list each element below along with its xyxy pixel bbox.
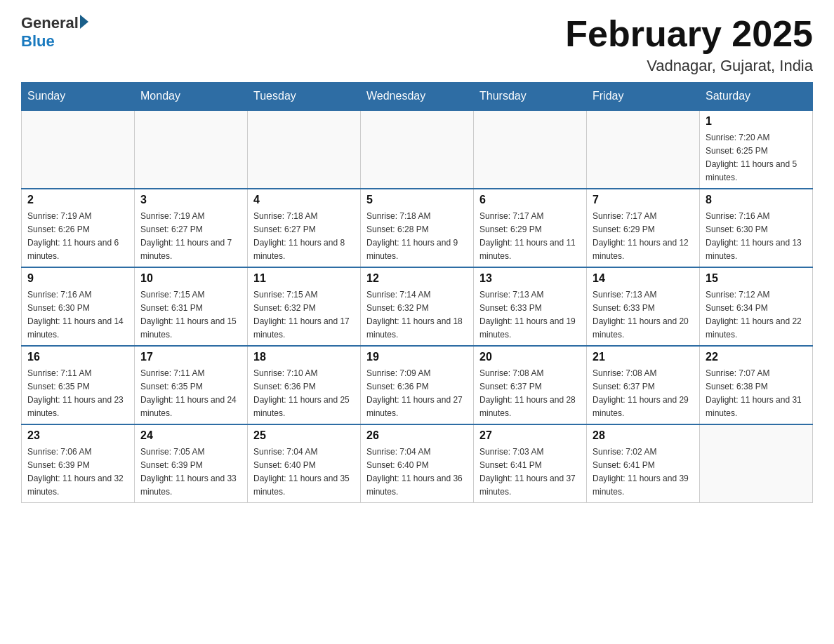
day-info: Sunrise: 7:11 AMSunset: 6:35 PMDaylight:… — [27, 368, 124, 418]
day-number: 27 — [479, 429, 581, 442]
day-number: 16 — [27, 351, 128, 363]
logo-text-general: General — [21, 14, 79, 32]
day-info: Sunrise: 7:08 AMSunset: 6:37 PMDaylight:… — [479, 368, 576, 418]
day-info: Sunrise: 7:08 AMSunset: 6:37 PMDaylight:… — [593, 368, 689, 418]
table-row: 7Sunrise: 7:17 AMSunset: 6:29 PMDaylight… — [587, 189, 700, 267]
day-info: Sunrise: 7:19 AMSunset: 6:26 PMDaylight:… — [27, 211, 119, 261]
table-row: 15Sunrise: 7:12 AMSunset: 6:34 PMDayligh… — [700, 267, 813, 346]
calendar-week-5: 23Sunrise: 7:06 AMSunset: 6:39 PMDayligh… — [22, 424, 813, 503]
day-number: 2 — [27, 194, 128, 206]
day-info: Sunrise: 7:19 AMSunset: 6:27 PMDaylight:… — [140, 211, 232, 261]
day-info: Sunrise: 7:04 AMSunset: 6:40 PMDaylight:… — [253, 447, 350, 497]
calendar-week-4: 16Sunrise: 7:11 AMSunset: 6:35 PMDayligh… — [22, 346, 813, 424]
day-number: 22 — [706, 351, 807, 363]
location-subtitle: Vadnagar, Gujarat, India — [565, 57, 813, 75]
day-number: 1 — [706, 115, 807, 128]
day-number: 17 — [140, 351, 241, 363]
day-info: Sunrise: 7:15 AMSunset: 6:31 PMDaylight:… — [140, 290, 237, 340]
table-row: 17Sunrise: 7:11 AMSunset: 6:35 PMDayligh… — [135, 346, 248, 424]
day-number: 24 — [140, 429, 241, 442]
table-row: 22Sunrise: 7:07 AMSunset: 6:38 PMDayligh… — [700, 346, 813, 424]
calendar-week-1: 1Sunrise: 7:20 AMSunset: 6:25 PMDaylight… — [22, 110, 813, 189]
day-info: Sunrise: 7:16 AMSunset: 6:30 PMDaylight:… — [706, 211, 802, 261]
table-row: 9Sunrise: 7:16 AMSunset: 6:30 PMDaylight… — [22, 267, 135, 346]
table-row — [135, 110, 248, 189]
table-row: 18Sunrise: 7:10 AMSunset: 6:36 PMDayligh… — [248, 346, 361, 424]
day-number: 3 — [140, 194, 241, 206]
table-row: 11Sunrise: 7:15 AMSunset: 6:32 PMDayligh… — [248, 267, 361, 346]
day-number: 26 — [366, 429, 468, 442]
table-row: 4Sunrise: 7:18 AMSunset: 6:27 PMDaylight… — [248, 189, 361, 267]
day-info: Sunrise: 7:02 AMSunset: 6:41 PMDaylight:… — [593, 447, 689, 497]
day-info: Sunrise: 7:18 AMSunset: 6:27 PMDaylight:… — [253, 211, 345, 261]
day-number: 20 — [479, 351, 581, 363]
day-number: 11 — [253, 272, 355, 285]
table-row: 6Sunrise: 7:17 AMSunset: 6:29 PMDaylight… — [474, 189, 587, 267]
logo: General Blue — [21, 14, 88, 51]
calendar-header-row: Sunday Monday Tuesday Wednesday Thursday… — [22, 83, 813, 111]
table-row: 10Sunrise: 7:15 AMSunset: 6:31 PMDayligh… — [135, 267, 248, 346]
header-sunday: Sunday — [22, 83, 135, 111]
day-info: Sunrise: 7:13 AMSunset: 6:33 PMDaylight:… — [479, 290, 576, 340]
calendar-week-2: 2Sunrise: 7:19 AMSunset: 6:26 PMDaylight… — [22, 189, 813, 267]
calendar-table: Sunday Monday Tuesday Wednesday Thursday… — [21, 82, 813, 503]
day-info: Sunrise: 7:09 AMSunset: 6:36 PMDaylight:… — [366, 368, 463, 418]
table-row: 3Sunrise: 7:19 AMSunset: 6:27 PMDaylight… — [135, 189, 248, 267]
table-row: 28Sunrise: 7:02 AMSunset: 6:41 PMDayligh… — [587, 424, 700, 503]
month-title: February 2025 — [565, 14, 813, 54]
day-info: Sunrise: 7:11 AMSunset: 6:35 PMDaylight:… — [140, 368, 237, 418]
table-row: 20Sunrise: 7:08 AMSunset: 6:37 PMDayligh… — [474, 346, 587, 424]
table-row: 1Sunrise: 7:20 AMSunset: 6:25 PMDaylight… — [700, 110, 813, 189]
table-row — [248, 110, 361, 189]
header-wednesday: Wednesday — [361, 83, 474, 111]
table-row — [587, 110, 700, 189]
table-row: 19Sunrise: 7:09 AMSunset: 6:36 PMDayligh… — [361, 346, 474, 424]
table-row: 21Sunrise: 7:08 AMSunset: 6:37 PMDayligh… — [587, 346, 700, 424]
day-number: 5 — [366, 194, 468, 206]
day-number: 23 — [27, 429, 128, 442]
header-monday: Monday — [135, 83, 248, 111]
day-number: 13 — [479, 272, 581, 285]
table-row — [22, 110, 135, 189]
logo-arrow-icon — [80, 15, 88, 29]
table-row: 16Sunrise: 7:11 AMSunset: 6:35 PMDayligh… — [22, 346, 135, 424]
day-number: 12 — [366, 272, 468, 285]
day-info: Sunrise: 7:07 AMSunset: 6:38 PMDaylight:… — [706, 368, 802, 418]
day-info: Sunrise: 7:04 AMSunset: 6:40 PMDaylight:… — [366, 447, 463, 497]
day-number: 21 — [593, 351, 694, 363]
day-number: 19 — [366, 351, 468, 363]
table-row: 5Sunrise: 7:18 AMSunset: 6:28 PMDaylight… — [361, 189, 474, 267]
day-info: Sunrise: 7:17 AMSunset: 6:29 PMDaylight:… — [479, 211, 576, 261]
table-row: 26Sunrise: 7:04 AMSunset: 6:40 PMDayligh… — [361, 424, 474, 503]
day-number: 10 — [140, 272, 241, 285]
table-row: 2Sunrise: 7:19 AMSunset: 6:26 PMDaylight… — [22, 189, 135, 267]
logo-text-blue: Blue — [21, 32, 55, 51]
day-info: Sunrise: 7:15 AMSunset: 6:32 PMDaylight:… — [253, 290, 350, 340]
header-thursday: Thursday — [474, 83, 587, 111]
table-row: 24Sunrise: 7:05 AMSunset: 6:39 PMDayligh… — [135, 424, 248, 503]
day-info: Sunrise: 7:18 AMSunset: 6:28 PMDaylight:… — [366, 211, 458, 261]
page-header: General Blue February 2025 Vadnagar, Guj… — [21, 14, 813, 75]
table-row: 13Sunrise: 7:13 AMSunset: 6:33 PMDayligh… — [474, 267, 587, 346]
table-row — [361, 110, 474, 189]
table-row — [474, 110, 587, 189]
day-info: Sunrise: 7:10 AMSunset: 6:36 PMDaylight:… — [253, 368, 350, 418]
calendar-week-3: 9Sunrise: 7:16 AMSunset: 6:30 PMDaylight… — [22, 267, 813, 346]
day-info: Sunrise: 7:05 AMSunset: 6:39 PMDaylight:… — [140, 447, 237, 497]
day-number: 4 — [253, 194, 355, 206]
day-info: Sunrise: 7:03 AMSunset: 6:41 PMDaylight:… — [479, 447, 576, 497]
day-info: Sunrise: 7:16 AMSunset: 6:30 PMDaylight:… — [27, 290, 124, 340]
day-number: 14 — [593, 272, 694, 285]
day-info: Sunrise: 7:17 AMSunset: 6:29 PMDaylight:… — [593, 211, 689, 261]
day-info: Sunrise: 7:13 AMSunset: 6:33 PMDaylight:… — [593, 290, 689, 340]
table-row: 12Sunrise: 7:14 AMSunset: 6:32 PMDayligh… — [361, 267, 474, 346]
day-number: 7 — [593, 194, 694, 206]
header-tuesday: Tuesday — [248, 83, 361, 111]
table-row — [700, 424, 813, 503]
table-row: 8Sunrise: 7:16 AMSunset: 6:30 PMDaylight… — [700, 189, 813, 267]
day-info: Sunrise: 7:12 AMSunset: 6:34 PMDaylight:… — [706, 290, 802, 340]
table-row: 23Sunrise: 7:06 AMSunset: 6:39 PMDayligh… — [22, 424, 135, 503]
day-number: 8 — [706, 194, 807, 206]
day-number: 9 — [27, 272, 128, 285]
day-info: Sunrise: 7:20 AMSunset: 6:25 PMDaylight:… — [706, 133, 797, 182]
